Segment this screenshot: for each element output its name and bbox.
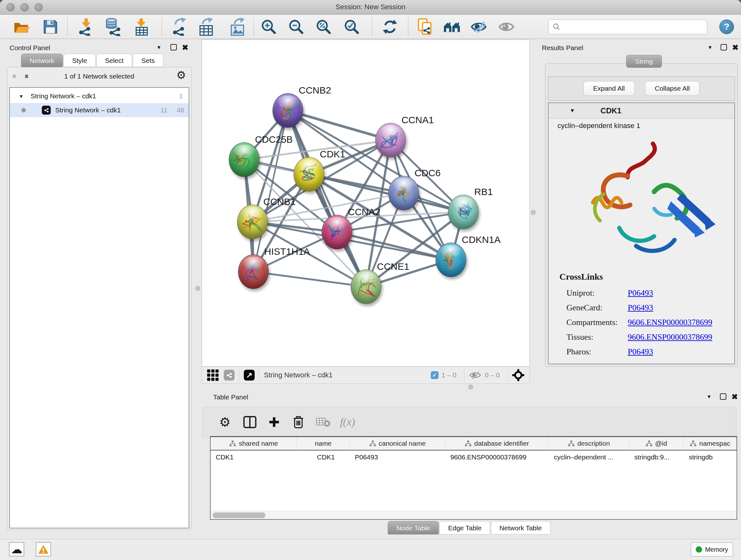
node-HIST1H1A[interactable] — [238, 254, 269, 289]
save-session-button[interactable] — [41, 17, 60, 36]
float-panel-icon[interactable] — [171, 44, 177, 51]
export-network-button[interactable] — [170, 17, 189, 36]
close-panel-icon[interactable]: ✖ — [182, 43, 188, 52]
expand-all-button[interactable]: Expand All — [583, 81, 635, 96]
tab-edge-table[interactable]: Edge Table — [440, 521, 490, 535]
tab-string[interactable]: String — [626, 55, 662, 68]
network-share-icon[interactable] — [224, 370, 234, 381]
tab-sets[interactable]: Sets — [133, 54, 163, 67]
crosslink-value-link[interactable]: P06493 — [628, 303, 653, 313]
scrollbar-thumb[interactable] — [212, 512, 266, 518]
ne-arrow-icon: ↗ — [246, 371, 253, 380]
export-table-button[interactable] — [197, 17, 215, 36]
warnings-button[interactable] — [36, 542, 51, 557]
tab-node-table[interactable]: Node Table — [388, 521, 439, 535]
search-input[interactable] — [561, 20, 707, 33]
edge-HIST1H1A-CCNE1[interactable] — [253, 272, 366, 287]
table-cell[interactable]: P06493 — [350, 450, 445, 464]
node-CCNA2[interactable] — [322, 215, 352, 249]
tab-style[interactable]: Style — [64, 54, 96, 67]
tab-select[interactable]: Select — [96, 54, 132, 67]
delete-table-icon[interactable] — [315, 414, 332, 430]
crosslink-value-link[interactable]: 9606.ENSP00000378699 — [628, 332, 712, 342]
panel-menu-caret-icon[interactable]: ▼ — [156, 45, 161, 51]
column-header-database-identifier[interactable]: database identifier — [445, 437, 549, 450]
pan-crosshair-icon[interactable] — [512, 369, 524, 381]
column-header-canonical-name[interactable]: canonical name — [350, 437, 445, 450]
panel-menu-caret-icon[interactable]: ▼ — [708, 45, 713, 51]
clone-network-button[interactable] — [416, 17, 434, 36]
network-row-selected[interactable]: String Network – cdk1 11 48 — [10, 103, 189, 117]
table-cell[interactable]: 9606.ENSP00000378699 — [445, 450, 549, 464]
show-graphics-details-button[interactable] — [497, 17, 516, 36]
right-splitter-handle[interactable] — [531, 210, 536, 215]
birdseye-grid-icon[interactable] — [207, 369, 219, 381]
table-cell[interactable]: CDK1 — [211, 450, 297, 464]
close-panel-icon[interactable]: ✖ — [731, 392, 738, 401]
node-CDC6[interactable] — [388, 176, 419, 210]
panel-menu-caret-icon[interactable]: ▼ — [706, 394, 712, 400]
column-header-namespac[interactable]: namespac — [684, 437, 737, 450]
column-header-shared-name[interactable]: shared name — [211, 437, 297, 450]
network-options-gear-icon[interactable]: ⚙ — [177, 69, 186, 81]
show-columns-icon[interactable] — [242, 414, 258, 430]
table-panel-title: Table Panel — [213, 393, 248, 401]
edge-CCNB2-CCNE1[interactable] — [288, 111, 366, 287]
entry-collapse-caret-icon[interactable]: ▼ — [569, 108, 575, 114]
left-splitter-handle[interactable] — [195, 286, 200, 291]
zoom-selected-button[interactable] — [342, 17, 361, 36]
network-canvas[interactable]: CCNB2CCNA1CDC25BCDK1CDC6RB1CCNB1CCNA2CDK… — [202, 40, 530, 367]
tab-network-table[interactable]: Network Table — [491, 521, 550, 535]
column-header--id[interactable]: @id — [629, 437, 684, 450]
node-CDKN1A[interactable] — [435, 243, 466, 277]
node-CCNB1[interactable] — [237, 205, 268, 239]
node-CDK1[interactable] — [293, 157, 324, 192]
tree-expand-caret-icon[interactable]: ▼ — [19, 94, 23, 99]
float-panel-icon[interactable] — [721, 44, 727, 51]
crosslink-value-link[interactable]: P06493 — [628, 288, 653, 298]
open-in-window-button[interactable]: ↗ — [244, 370, 255, 381]
import-network-from-file-button[interactable] — [76, 17, 95, 36]
zoom-in-button[interactable] — [259, 17, 278, 36]
import-table-from-file-button[interactable] — [132, 17, 151, 36]
table-cell[interactable]: stringdb — [684, 450, 737, 464]
node-gloss — [277, 96, 299, 109]
delete-column-trash-icon[interactable] — [290, 414, 307, 430]
tab-network[interactable]: Network — [21, 54, 63, 67]
selected-checkbox[interactable]: ✓ — [431, 371, 439, 379]
add-column-plus-icon[interactable] — [266, 414, 282, 430]
table-cell[interactable]: cyclin–dependent ... — [549, 450, 629, 464]
collapse-all-button[interactable]: Collapse All — [645, 81, 700, 96]
hide-graphics-details-button[interactable] — [469, 17, 488, 36]
horizontal-scrollbar[interactable] — [211, 511, 737, 519]
network-collection-row[interactable]: ▼ String Network – cdk1 1 — [10, 89, 189, 103]
node-CCNA1[interactable] — [375, 123, 406, 158]
column-header-name[interactable]: name — [297, 437, 350, 450]
network-overview-button[interactable] — [443, 17, 461, 36]
function-builder-icon[interactable]: f(x) — [339, 414, 356, 430]
close-panel-icon[interactable]: ✖ — [732, 43, 738, 52]
bottom-splitter-handle[interactable] — [468, 384, 473, 389]
import-network-from-database-button[interactable] — [104, 17, 122, 36]
node-RB1[interactable] — [448, 195, 479, 229]
memory-button[interactable]: Memory — [691, 543, 733, 557]
node-CCNB2[interactable] — [273, 93, 303, 128]
entry-header[interactable]: ▼ CDK1 — [549, 103, 734, 118]
apply-preferred-layout-button[interactable] — [381, 17, 399, 36]
table-settings-gear-icon[interactable]: ⚙ — [217, 414, 233, 430]
column-header-description[interactable]: description — [549, 437, 629, 450]
table-row[interactable]: CDK1CDK1P064939606.ENSP00000378699cyclin… — [211, 450, 737, 464]
cloud-button[interactable]: ☁ — [9, 542, 24, 557]
table-cell[interactable]: stringdb:9... — [629, 450, 684, 464]
export-image-button[interactable] — [228, 17, 247, 36]
table-cell[interactable]: CDK1 — [297, 450, 350, 464]
crosslink-value-link[interactable]: 9606.ENSP00000378699 — [628, 318, 712, 327]
node-CDC25B[interactable] — [229, 142, 259, 177]
help-button[interactable]: ? — [719, 19, 734, 34]
node-CCNE1[interactable] — [351, 269, 381, 304]
float-panel-icon[interactable] — [720, 393, 726, 400]
zoom-out-button[interactable] — [287, 17, 306, 36]
open-session-button[interactable] — [12, 17, 31, 36]
crosslink-value-link[interactable]: P06493 — [628, 347, 653, 357]
fit-content-button[interactable] — [314, 17, 333, 36]
